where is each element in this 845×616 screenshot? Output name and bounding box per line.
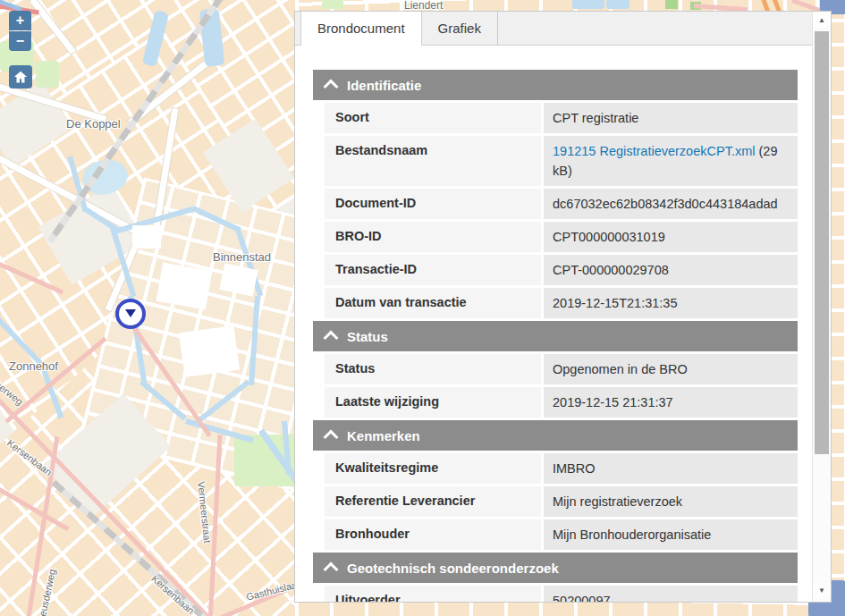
map-label: Zonnehof bbox=[9, 359, 58, 373]
marker-triangle-icon bbox=[125, 309, 136, 317]
row-label: Referentie Leverancier bbox=[325, 486, 541, 517]
file-download-link[interactable]: 191215 RegistratieverzoekCPT.xml bbox=[553, 144, 755, 158]
row-value: dc67032ec62b08342f3d0c443184adad bbox=[544, 189, 798, 219]
tab-bar: Brondocument Grafiek bbox=[295, 12, 831, 46]
row-value: CPT-000000029708 bbox=[544, 255, 798, 285]
row-label: BRO-ID bbox=[325, 222, 541, 252]
row-label: Kwaliteitsregime bbox=[325, 453, 541, 484]
section-title: Geotechnisch sondeeronderzoek bbox=[347, 561, 559, 576]
row-label: Transactie-ID bbox=[325, 255, 541, 285]
home-icon bbox=[13, 69, 29, 85]
row-label: Datum van transactie bbox=[325, 288, 541, 318]
row-value: 2019-12-15T21:31:35 bbox=[544, 288, 798, 318]
row-value: 50200097 bbox=[544, 586, 798, 602]
row-value: IMBRO bbox=[544, 453, 798, 484]
row-value: Mijn Bronhouderorganisatie bbox=[544, 519, 798, 550]
map-label: De Koppel bbox=[66, 117, 121, 131]
tab-grafiek[interactable]: Grafiek bbox=[422, 12, 498, 45]
home-button[interactable] bbox=[9, 65, 32, 89]
table-row: StatusOpgenomen in de BRO bbox=[325, 354, 798, 384]
section-title: Status bbox=[347, 329, 388, 344]
table-row: Datum van transactie2019-12-15T21:31:35 bbox=[325, 288, 798, 318]
section-title: Identificatie bbox=[347, 78, 421, 93]
scroll-up-icon[interactable]: ▲ bbox=[813, 13, 831, 28]
chevron-up-icon bbox=[324, 80, 339, 95]
table-row: BronhouderMijn Bronhouderorganisatie bbox=[325, 519, 798, 550]
section-header[interactable]: Status bbox=[313, 321, 798, 351]
row-value: Mijn registratieverzoek bbox=[544, 486, 798, 517]
row-value: 191215 RegistratieverzoekCPT.xml (29 kB) bbox=[544, 136, 798, 186]
section-header[interactable]: Geotechnisch sondeeronderzoek bbox=[313, 553, 798, 583]
table-row: BRO-IDCPT000000031019 bbox=[325, 222, 798, 252]
section-title: Kenmerken bbox=[347, 428, 420, 443]
row-label: Bestandsnaam bbox=[325, 136, 541, 186]
table-row: KwaliteitsregimeIMBRO bbox=[325, 453, 798, 484]
table-row: Bestandsnaam191215 RegistratieverzoekCPT… bbox=[325, 136, 798, 186]
zoom-out-button[interactable]: − bbox=[9, 31, 31, 51]
map-label: Binnenstad bbox=[213, 250, 271, 264]
table-row: SoortCPT registratie bbox=[325, 103, 798, 133]
panel-content: IdentificatieSoortCPT registratieBestand… bbox=[295, 46, 812, 602]
zoom-in-button[interactable]: + bbox=[9, 11, 31, 30]
table-row: Uitvoerder50200097 bbox=[325, 586, 798, 602]
section-header[interactable]: Kenmerken bbox=[313, 420, 798, 451]
section-header[interactable]: Identificatie bbox=[313, 70, 798, 100]
map-marker[interactable] bbox=[115, 299, 146, 329]
row-label: Document-ID bbox=[325, 189, 541, 219]
row-label: Status bbox=[325, 354, 541, 384]
row-label: Laatste wijziging bbox=[325, 387, 541, 418]
row-label: Uitvoerder bbox=[325, 586, 541, 602]
row-value: 2019-12-15 21:31:37 bbox=[544, 387, 798, 418]
row-value: Opgenomen in de BRO bbox=[544, 354, 798, 384]
row-value: CPT registratie bbox=[544, 103, 798, 133]
row-value: CPT000000031019 bbox=[544, 222, 798, 252]
row-label: Soort bbox=[325, 103, 541, 133]
table-row: Transactie-IDCPT-000000029708 bbox=[325, 255, 798, 285]
chevron-up-icon bbox=[324, 430, 339, 445]
row-label: Bronhouder bbox=[325, 519, 541, 550]
panel-scrollbar[interactable]: ▲ ▼ bbox=[812, 12, 831, 602]
scroll-down-icon[interactable]: ▼ bbox=[813, 583, 831, 598]
chevron-up-icon bbox=[324, 562, 339, 578]
chevron-up-icon bbox=[324, 331, 339, 346]
scrollbar-thumb[interactable] bbox=[815, 31, 829, 454]
table-row: Document-IDdc67032ec62b08342f3d0c443184a… bbox=[325, 189, 798, 219]
tab-brondocument[interactable]: Brondocument bbox=[300, 12, 422, 46]
table-row: Laatste wijziging2019-12-15 21:31:37 bbox=[325, 387, 798, 418]
table-row: Referentie LeverancierMijn registratieve… bbox=[325, 486, 798, 517]
detail-panel: Brondocument Grafiek IdentificatieSoortC… bbox=[294, 11, 832, 603]
bro-viewer: LiendertDe KoppelBinnenstadZonnehofkerwe… bbox=[0, 0, 845, 616]
